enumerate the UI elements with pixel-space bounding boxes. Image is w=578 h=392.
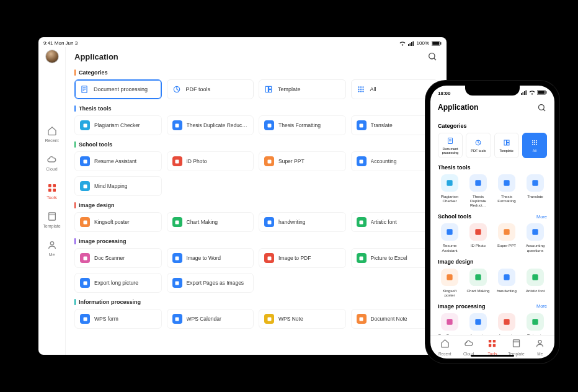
- tool-card[interactable]: Export long picture: [74, 273, 162, 293]
- svg-point-30: [358, 91, 359, 92]
- tool-label: Super PPT: [497, 243, 516, 247]
- tool-label: Translate: [371, 122, 393, 128]
- category-label: All: [370, 86, 376, 92]
- tool-card[interactable]: Doc Scanner: [438, 313, 461, 335]
- page-title: Application: [74, 52, 118, 61]
- tool-card[interactable]: Chart Making: [466, 269, 490, 297]
- svg-rect-11: [48, 213, 55, 220]
- tool-card[interactable]: Kingsoft poster: [74, 212, 162, 232]
- tool-card[interactable]: WPS form: [74, 309, 162, 329]
- svg-rect-47: [176, 256, 179, 260]
- tool-icon: [441, 269, 458, 286]
- svg-rect-97: [489, 340, 491, 342]
- tool-card[interactable]: handwriting: [259, 212, 346, 232]
- more-link[interactable]: More: [536, 303, 547, 309]
- tool-card[interactable]: Accounting: [351, 151, 438, 171]
- tool-card[interactable]: ID Photo: [466, 223, 490, 252]
- tablet-main: Application Categories Document pr: [66, 47, 447, 355]
- tool-card[interactable]: Image to Word: [466, 313, 490, 335]
- tool-label: handwriting: [497, 288, 517, 293]
- category-doc-processing[interactable]: Document processing: [438, 133, 463, 158]
- sidebar-item-cloud[interactable]: Cloud: [46, 154, 57, 171]
- tool-card[interactable]: Image to Word: [167, 248, 254, 268]
- svg-point-78: [532, 144, 533, 145]
- tablet-sidebar: Recent Cloud Tools: [38, 47, 66, 355]
- tool-card[interactable]: Resume Assistant: [74, 151, 162, 171]
- tool-card[interactable]: Thesis Formatting: [259, 115, 346, 135]
- tool-card[interactable]: Super PPT: [495, 223, 518, 252]
- tab-recent[interactable]: Recent: [433, 339, 456, 356]
- svg-rect-85: [447, 229, 452, 235]
- tab-me[interactable]: Me: [528, 339, 552, 356]
- tool-card[interactable]: Export Pages as Images: [167, 273, 254, 293]
- sidebar-item-recent[interactable]: Recent: [45, 125, 58, 143]
- section-title: Image processing: [438, 303, 486, 310]
- tool-card[interactable]: Plagiarism Checker: [74, 115, 162, 135]
- thesis-row: Plagiarism CheckerThesis Duplicate Reduc…: [438, 174, 547, 207]
- tool-card[interactable]: Translate: [351, 115, 438, 135]
- tool-card[interactable]: Resume Assistant: [438, 223, 461, 252]
- wifi-icon: [399, 41, 406, 46]
- svg-rect-57: [523, 92, 524, 96]
- section-bar-icon: [74, 69, 76, 76]
- more-link[interactable]: More: [536, 214, 547, 220]
- tool-card[interactable]: Thesis Duplicate Reduct…: [167, 115, 254, 135]
- tool-card[interactable]: Super PPT: [259, 151, 346, 171]
- tool-card[interactable]: Plagiarism Checker: [438, 174, 461, 207]
- category-pdf-tools[interactable]: PDF tools: [167, 79, 254, 99]
- category-template[interactable]: Template: [259, 79, 346, 99]
- tool-card[interactable]: Accounting questions: [523, 223, 547, 252]
- svg-rect-88: [532, 229, 538, 235]
- tool-card[interactable]: Image to PDF: [259, 248, 346, 268]
- tool-icon: [80, 181, 90, 191]
- sidebar-item-tools[interactable]: Tools: [47, 182, 58, 200]
- tool-card[interactable]: Document Note: [351, 309, 438, 329]
- tool-card[interactable]: Translate: [523, 174, 547, 207]
- tool-icon: [527, 313, 544, 331]
- tool-card[interactable]: Chart Making: [167, 212, 254, 232]
- tab-cloud[interactable]: Cloud: [456, 339, 480, 356]
- tool-card[interactable]: Thesis Duplicate Reduct…: [466, 174, 490, 207]
- tool-card[interactable]: Mind Mapping: [74, 176, 162, 196]
- search-button[interactable]: [536, 102, 547, 113]
- tool-label: Picture to Excel: [371, 255, 407, 261]
- category-all[interactable]: All: [351, 79, 438, 99]
- tool-icon: [498, 269, 515, 286]
- svg-rect-56: [521, 93, 522, 95]
- category-doc-processing[interactable]: Document processing: [74, 79, 162, 99]
- tool-label: Plagiarism Checker: [94, 122, 140, 128]
- tool-card[interactable]: Doc Scanner: [74, 248, 162, 268]
- svg-rect-38: [176, 159, 179, 163]
- tool-card[interactable]: handwriting: [495, 269, 518, 297]
- avatar[interactable]: [45, 50, 59, 63]
- tool-card[interactable]: Thesis Formatting: [495, 174, 518, 207]
- sidebar-item-me[interactable]: Me: [47, 239, 58, 257]
- tool-label: ID Photo: [187, 158, 207, 164]
- tool-card[interactable]: Artistic font: [523, 269, 547, 297]
- sidebar-item-template[interactable]: Template: [43, 211, 60, 228]
- svg-rect-49: [360, 256, 363, 260]
- category-template[interactable]: Template: [494, 133, 519, 158]
- tool-card[interactable]: Artistic font: [351, 212, 438, 232]
- tool-label: Thesis Formatting: [495, 194, 518, 203]
- svg-point-73: [534, 140, 535, 141]
- tool-card[interactable]: Picture to Excel: [523, 313, 547, 335]
- tab-tools[interactable]: Tools: [481, 339, 504, 356]
- svg-point-77: [536, 142, 537, 143]
- tool-card[interactable]: WPS Note: [259, 309, 346, 329]
- category-all[interactable]: All: [522, 133, 547, 158]
- section-title: Thesis tools: [79, 105, 112, 112]
- cloud-icon: [46, 154, 57, 165]
- tool-card[interactable]: ID Photo: [167, 151, 254, 171]
- tab-template[interactable]: Template: [504, 339, 528, 356]
- svg-rect-36: [360, 123, 363, 127]
- category-row: Document processing PDF tools Template: [74, 79, 438, 99]
- tab-label: Recent: [438, 352, 451, 356]
- tool-card[interactable]: Image to PDF: [495, 313, 518, 335]
- grid-dots-icon: [357, 85, 365, 94]
- search-button[interactable]: [427, 51, 438, 62]
- category-pdf-tools[interactable]: PDF tools: [466, 133, 491, 158]
- tool-card[interactable]: WPS Calendar: [167, 309, 254, 329]
- tool-card[interactable]: Picture to Excel: [351, 248, 438, 268]
- tool-card[interactable]: Kingsoft poster: [438, 269, 461, 297]
